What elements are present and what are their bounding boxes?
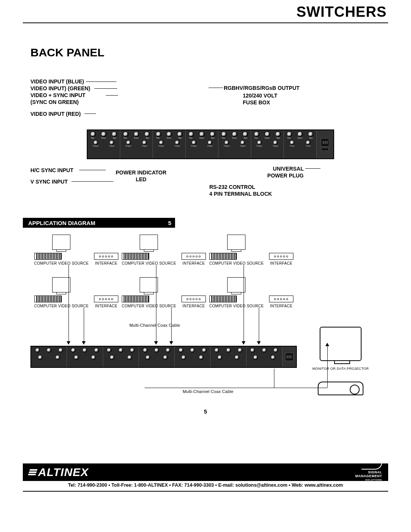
- bnc-connector: [123, 131, 129, 137]
- arrow-down-icon: [82, 341, 86, 345]
- bnc-connector: [188, 131, 194, 137]
- bnc-connector: [109, 140, 114, 145]
- cable-line: [259, 308, 259, 342]
- callout-video-inputs-left: VIDEO INPUT (BLUE) VIDEO INPUT) (GREEN) …: [30, 78, 90, 105]
- label: Computer Video Source: [122, 304, 176, 308]
- interface-icon: Interface: [94, 235, 118, 266]
- bnc-connector: [175, 140, 180, 145]
- output-label: Monitor Or Data Projector: [304, 366, 377, 371]
- iec-inlet-icon: [321, 138, 329, 147]
- input-group-4: RedGreenBlue H.SyncV.Sync: [186, 130, 218, 158]
- interface-icon: Interface: [94, 277, 118, 308]
- bnc-connector: [207, 140, 212, 145]
- sms-logo: SIGNAL MANAGEMENT SOLUTIONS: [355, 463, 382, 482]
- sms-line2: MANAGEMENT: [355, 474, 382, 478]
- callout-rs232: RS-232 CONTROL 4 PIN TERMINAL BLOCK: [209, 184, 272, 197]
- fuse-holder-icon: [321, 148, 329, 151]
- source-pair: Computer Video Source Interface: [122, 235, 206, 266]
- bnc-connector: [156, 131, 161, 137]
- bnc-connector: [232, 131, 237, 137]
- footer-contact: Tel: 714-990-2300 • Toll-Free: 1-800-ALT…: [23, 482, 388, 488]
- input-group-2: RedGreenBlue H.SyncV.Sync: [120, 130, 153, 158]
- computer-source-icon: Computer Video Source: [122, 235, 176, 266]
- callout-hc-sync: H/C SYNC INPUT: [30, 167, 73, 174]
- bnc-connector: [275, 131, 281, 137]
- output-group: [247, 347, 282, 367]
- source-pair: Computer Video Source Interface: [209, 235, 293, 266]
- label: Interface: [182, 261, 206, 266]
- callout-fuse-box: 120/240 VOLT FUSE BOX: [243, 92, 277, 106]
- cable-line: [244, 265, 244, 342]
- callout-video-input-red: VIDEO INPUT (RED): [30, 110, 81, 117]
- iec-inlet-icon: [285, 353, 293, 361]
- lead-line: [209, 88, 223, 88]
- source-pair: Computer Video Source Interface: [122, 277, 206, 308]
- section-bar: APPLICATION DIAGRAM 5: [23, 218, 175, 228]
- sms-line3: SOLUTIONS: [355, 478, 382, 482]
- application-diagram: Computer Video Source Interface Computer…: [23, 232, 388, 414]
- lead-line: [79, 170, 106, 170]
- bnc-connector: [159, 140, 164, 145]
- label: Computer Video Source: [209, 304, 264, 308]
- source-pair: Computer Video Source Interface: [34, 235, 118, 266]
- bnc-connector: [242, 131, 248, 137]
- footer-rule: [23, 491, 388, 492]
- cable-line: [156, 265, 156, 342]
- bnc-connector: [257, 140, 262, 145]
- cable-line: [84, 308, 84, 342]
- lead-line: [94, 88, 117, 89]
- bnc-connector: [142, 140, 147, 145]
- input-group: [210, 347, 246, 367]
- bnc-connector: [101, 131, 107, 137]
- bnc-connector: [126, 140, 131, 145]
- bnc-connector: [177, 131, 183, 137]
- cable-line: [145, 388, 327, 388]
- bnc-connector: [191, 140, 196, 145]
- interface-icon: Interface: [182, 277, 206, 308]
- label: Computer Video Source: [34, 261, 89, 266]
- input-group: [175, 347, 210, 367]
- brand-name: ALTINEX: [38, 466, 89, 479]
- bnc-connector: [144, 131, 150, 137]
- interface-icon: Interface: [182, 235, 206, 266]
- bnc-connector: [112, 131, 117, 137]
- page: SWITCHERS BACK PANEL VIDEO INPUT (BLUE) …: [23, 4, 388, 526]
- brand-logo: ALTINEX: [29, 466, 89, 479]
- input-group: [31, 347, 67, 367]
- sms-line1: SIGNAL: [355, 470, 382, 474]
- swoosh-icon: [362, 463, 382, 470]
- bnc-connector: [273, 140, 278, 145]
- bnc-connector: [240, 140, 245, 145]
- bnc-connector: [93, 140, 98, 145]
- section-bar-number: 5: [168, 220, 171, 226]
- cable-label-lower: Multi-Channel Coax Cable: [183, 389, 233, 394]
- back-panel-unit: RedGreenBlue H.SyncV.Sync RedGreenBlue H…: [87, 129, 334, 159]
- arrow-down-icon: [169, 341, 173, 345]
- bnc-connector: [199, 131, 205, 137]
- input-group-1: RedGreenBlue H.SyncV.Sync: [88, 130, 120, 158]
- monitor-icon: [320, 327, 362, 361]
- output-devices: Monitor Or Data Projector: [304, 327, 377, 395]
- label: Interface: [182, 304, 206, 308]
- callout-v-sync: V SYNC INPUT: [30, 178, 68, 185]
- bnc-connector: [297, 131, 303, 137]
- bnc-connector: [221, 131, 227, 137]
- bnc-connector: [287, 131, 292, 137]
- label: Interface: [94, 261, 118, 266]
- computer-source-icon: Computer Video Source: [209, 235, 264, 266]
- cable-line: [68, 265, 69, 342]
- bnc-connector: [254, 131, 260, 137]
- source-pair: Computer Video Source Interface: [209, 277, 293, 308]
- label: Interface: [94, 304, 118, 308]
- lead-line: [106, 95, 118, 96]
- arrow-down-icon: [67, 341, 70, 345]
- power-module: [282, 347, 296, 367]
- power-module: [317, 130, 333, 158]
- switcher-unit-diagram: [30, 346, 297, 368]
- interface-icon: Interface: [269, 235, 293, 266]
- input-group: [67, 347, 103, 367]
- computer-source-icon: Computer Video Source: [209, 277, 264, 308]
- connector-groups: RedGreenBlue H.SyncV.Sync RedGreenBlue H…: [88, 130, 333, 158]
- arrow-down-icon: [257, 341, 261, 345]
- cable-label-upper: Multi-Channel Coax Cable: [129, 323, 180, 328]
